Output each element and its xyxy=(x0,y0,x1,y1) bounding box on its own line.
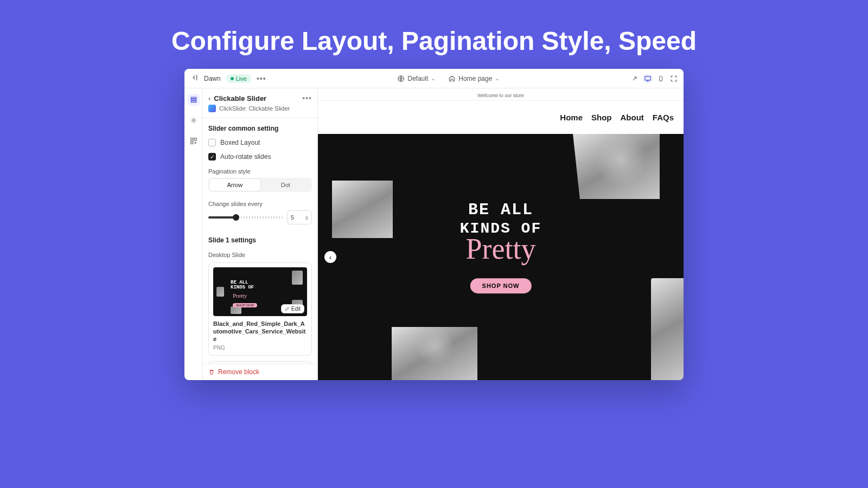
interval-unit: s xyxy=(305,214,309,221)
hero-line-3: Pretty xyxy=(460,236,541,262)
editor-toolbar: Dawn Live ••• Default ⌄ Home page ⌄ xyxy=(184,69,684,88)
trash-icon xyxy=(208,369,215,375)
inspector-icon[interactable] xyxy=(630,74,639,83)
svg-rect-6 xyxy=(191,101,196,102)
live-badge: Live xyxy=(226,74,251,83)
sections-rail-icon[interactable] xyxy=(188,94,200,106)
svg-point-3 xyxy=(661,80,661,80)
page-selector[interactable]: Home page ⌄ xyxy=(448,75,499,82)
autorotate-label: Auto-rotate slides xyxy=(220,153,271,160)
marketing-headline: Configure Layout, Pagination Style, Spee… xyxy=(0,0,868,69)
pagination-segmented-control: Arrow Dot xyxy=(208,178,312,192)
common-settings-heading: Slider common setting xyxy=(203,118,317,136)
more-icon[interactable]: ••• xyxy=(257,74,266,83)
chevron-down-icon: ⌄ xyxy=(431,75,435,81)
exit-icon[interactable] xyxy=(190,73,199,84)
slide-image-card: BE ALLKINDS OF Pretty SHOP NOW Edit Blac… xyxy=(208,262,312,356)
fullscreen-view-icon[interactable] xyxy=(669,74,678,83)
app-window: Dawn Live ••• Default ⌄ Home page ⌄ xyxy=(184,69,684,380)
svg-rect-4 xyxy=(191,97,196,98)
desktop-view-icon[interactable] xyxy=(643,74,652,83)
theme-name: Dawn xyxy=(204,75,221,82)
left-icon-rail xyxy=(184,88,203,380)
store-nav-shop[interactable]: Shop xyxy=(591,113,612,122)
app-link-label: ClickSlide: Clickable Slider xyxy=(219,105,290,112)
desktop-slide-label: Desktop Slide xyxy=(203,247,317,260)
interval-value: 5 xyxy=(291,214,294,221)
slide-file-type: PNG xyxy=(213,345,307,351)
preview-canvas: Welcome to our store Home Shop About FAQ… xyxy=(318,88,684,380)
edit-image-button[interactable]: Edit xyxy=(282,305,304,313)
mini-photo xyxy=(292,271,303,285)
change-every-label: Change slides every xyxy=(203,196,317,209)
panel-title: Clickable Slider xyxy=(214,94,302,102)
panel-more-icon[interactable]: ••• xyxy=(302,94,312,102)
slider-thumb-icon[interactable] xyxy=(233,214,239,221)
app-attribution[interactable]: ClickSlide: Clickable Slider xyxy=(203,105,317,118)
interval-slider[interactable] xyxy=(208,216,283,219)
mini-photo xyxy=(216,287,224,297)
store-announcement-bar: Welcome to our store xyxy=(318,91,684,101)
slide-image-preview[interactable]: BE ALLKINDS OF Pretty SHOP NOW Edit xyxy=(213,267,307,316)
remove-block-button[interactable]: Remove block xyxy=(203,363,317,380)
pagination-dot-option[interactable]: Dot xyxy=(260,179,311,191)
boxed-layout-label: Boxed Layout xyxy=(220,139,260,146)
back-icon[interactable]: ‹ xyxy=(208,94,210,102)
template-selector[interactable]: Default ⌄ xyxy=(397,75,435,82)
boxed-layout-checkbox[interactable] xyxy=(208,139,216,146)
app-embeds-rail-icon[interactable] xyxy=(188,135,200,147)
mini-photo xyxy=(231,306,241,314)
store-nav-home[interactable]: Home xyxy=(560,113,583,122)
slide1-heading: Slide 1 settings xyxy=(203,230,317,247)
hero-photo xyxy=(392,327,477,380)
mobile-view-icon[interactable] xyxy=(656,74,665,83)
theme-settings-rail-icon[interactable] xyxy=(188,114,200,126)
svg-rect-5 xyxy=(191,99,196,100)
autorotate-checkbox[interactable]: ✓ xyxy=(208,153,216,160)
app-icon xyxy=(208,105,216,112)
svg-rect-1 xyxy=(645,76,651,80)
hero-photo xyxy=(651,278,684,380)
store-nav-about[interactable]: About xyxy=(620,113,643,122)
chevron-down-icon: ⌄ xyxy=(495,75,499,81)
svg-point-7 xyxy=(193,119,195,121)
svg-rect-10 xyxy=(190,142,193,144)
hero-photo xyxy=(573,134,660,199)
shop-now-button[interactable]: SHOP NOW xyxy=(470,279,532,294)
svg-rect-9 xyxy=(194,138,196,140)
hero-text: BE ALL KINDS OF Pretty SHOP NOW xyxy=(460,201,541,294)
slide-file-name: Black_and_Red_Simple_Dark_Automotive_Car… xyxy=(213,320,307,343)
hero-photo xyxy=(332,181,393,238)
pagination-style-label: Pagination style xyxy=(203,164,317,177)
hero-slide: ‹ BE ALL KINDS OF Pretty SHOP NOW xyxy=(318,134,684,380)
interval-input[interactable]: 5 s xyxy=(287,210,312,224)
pagination-arrow-option[interactable]: Arrow xyxy=(209,179,260,191)
slider-fill xyxy=(208,216,236,219)
live-dot-icon xyxy=(231,77,234,80)
prev-slide-button[interactable]: ‹ xyxy=(324,251,336,263)
settings-panel: ‹ Clickable Slider ••• ClickSlide: Click… xyxy=(203,88,318,380)
store-nav: Home Shop About FAQs xyxy=(318,101,684,134)
svg-rect-8 xyxy=(190,138,193,140)
store-nav-faqs[interactable]: FAQs xyxy=(653,113,674,122)
hero-line-1: BE ALL xyxy=(460,201,541,219)
